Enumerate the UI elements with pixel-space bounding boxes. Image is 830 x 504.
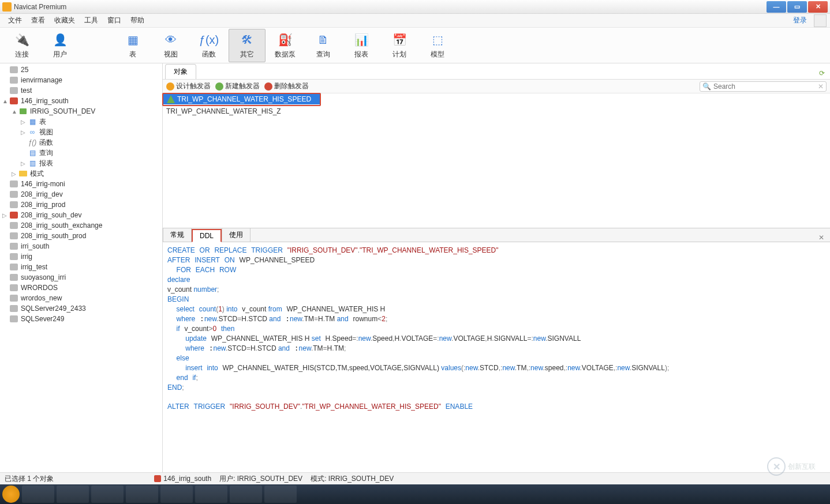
query-icon: 🗎 — [315, 31, 332, 48]
tool-query[interactable]: 🗎查询 — [305, 29, 342, 62]
tree-item[interactable]: ▤查询 — [0, 148, 162, 158]
new-trigger-button[interactable]: 新建触发器 — [215, 81, 260, 91]
tree-item[interactable]: 208_irrig_dev — [0, 189, 162, 200]
ddl-tab-usage[interactable]: 使用 — [222, 228, 251, 242]
tree-item[interactable]: SQLServer249_2433 — [0, 303, 162, 314]
taskbar-item[interactable] — [230, 486, 262, 503]
db-icon — [154, 475, 161, 482]
app-title: Navicat Premium — [14, 3, 765, 11]
tool-user[interactable]: 👤用户 — [42, 29, 78, 62]
user-icon: 👤 — [51, 31, 69, 48]
status-user: 用户: IRRIG_SOUTH_DEV — [219, 474, 302, 484]
expander-icon[interactable]: ▲ — [2, 98, 9, 104]
tree-item[interactable]: irri_south — [0, 241, 162, 251]
tree-item[interactable]: 208_irrig_prod — [0, 200, 162, 210]
tool-view[interactable]: 👁视图 — [152, 29, 189, 62]
tree-item[interactable]: ▲146_irrig_south — [0, 96, 162, 106]
expander-icon[interactable]: ▷ — [21, 129, 28, 136]
menu-view[interactable]: 查看 — [27, 16, 50, 25]
tree-item[interactable]: test — [0, 85, 162, 96]
tree-item[interactable]: irrig_test — [0, 262, 162, 272]
object-tab[interactable]: 对象 — [165, 64, 196, 79]
ddl-close-button[interactable]: ✕ — [813, 234, 830, 242]
tool-plug[interactable]: 🔌连接 — [3, 29, 40, 62]
tool-model[interactable]: ⬚模型 — [419, 29, 456, 62]
tree-item[interactable]: ▲IRRIG_SOUTH_DEV — [0, 106, 162, 116]
toolbar: 🔌连接👤用户▦表👁视图ƒ(x)函数🛠其它⛽数据泵🗎查询📊报表📅计划⬚模型 — [0, 28, 830, 63]
trigger-item[interactable]: TRI_WP_CHANNEL_WATER_HIS_Z — [163, 106, 321, 116]
tree-item[interactable]: ienvirmanage — [0, 75, 162, 85]
taskbar-item[interactable] — [160, 486, 193, 503]
pump-icon: ⛽ — [276, 31, 294, 48]
tree-item[interactable]: WRORDOS — [0, 283, 162, 293]
menu-file[interactable]: 文件 — [3, 16, 27, 25]
tree-item[interactable]: ▷208_irrig_souh_dev — [0, 210, 162, 220]
calendar-icon: 📅 — [391, 31, 408, 48]
tree-item[interactable]: ƒ()函数 — [0, 137, 162, 148]
tool-calendar[interactable]: 📅计划 — [381, 29, 418, 62]
tool-tools[interactable]: 🛠其它 — [229, 29, 266, 62]
maximize-button[interactable]: ▭ — [787, 1, 807, 13]
taskbar-item[interactable] — [91, 486, 124, 503]
expander-icon[interactable]: ▷ — [21, 160, 28, 167]
tree-item[interactable]: 208_irrig_south_prod — [0, 231, 162, 241]
plug-icon: 🔌 — [13, 31, 31, 48]
clear-search-icon[interactable]: ✕ — [818, 82, 824, 91]
fx-icon: ƒ(x) — [200, 31, 218, 48]
menu-tools[interactable]: 工具 — [80, 16, 103, 25]
expander-icon[interactable]: ▷ — [21, 119, 28, 125]
taskbar-item[interactable] — [264, 486, 297, 503]
taskbar-item[interactable] — [195, 486, 227, 503]
tree-item[interactable]: ▷∞视图 — [0, 127, 162, 137]
tool-table[interactable]: ▦表 — [114, 29, 151, 62]
search-input[interactable] — [713, 82, 818, 91]
tree-item[interactable]: suoyasong_irri — [0, 272, 162, 283]
taskbar-item[interactable] — [126, 486, 158, 503]
menubar: 文件 查看 收藏夹 工具 窗口 帮助 登录 — [0, 14, 830, 28]
menu-fav[interactable]: 收藏夹 — [50, 16, 80, 25]
taskbar-item[interactable] — [57, 486, 89, 503]
app-icon — [2, 2, 12, 12]
taskbar-item[interactable] — [22, 486, 54, 503]
titlebar: Navicat Premium — ▭ ✕ — [0, 0, 830, 14]
tree-item[interactable]: ▷模式 — [0, 168, 162, 179]
ddl-tab-ddl[interactable]: DDL — [192, 229, 222, 242]
action-bar: 设计触发器 新建触发器 删除触发器 🔍 ✕ — [163, 80, 830, 93]
menu-help[interactable]: 帮助 — [126, 16, 149, 25]
expander-icon[interactable]: ▷ — [2, 212, 9, 219]
close-button[interactable]: ✕ — [808, 1, 828, 13]
delete-trigger-button[interactable]: 删除触发器 — [264, 81, 309, 91]
minus-icon — [264, 82, 272, 91]
avatar[interactable] — [814, 14, 827, 27]
tree-item[interactable]: 208_irrig_south_exchange — [0, 220, 162, 231]
search-box[interactable]: 🔍 ✕ — [700, 81, 827, 92]
expander-icon[interactable]: ▷ — [12, 171, 18, 177]
trigger-list-wrapper: TRI_WP_CHANNEL_WATER_HIS_SPEED TRI_WP_CH… — [163, 93, 830, 116]
sidebar: 25ienvirmanagetest▲146_irrig_south▲IRRIG… — [0, 63, 163, 472]
tree-item[interactable]: 146_irrig-moni — [0, 179, 162, 189]
expander-icon[interactable]: ▲ — [12, 108, 18, 115]
trigger-item-selected[interactable]: TRI_WP_CHANNEL_WATER_HIS_SPEED — [163, 94, 320, 104]
tool-fx[interactable]: ƒ(x)函数 — [190, 29, 227, 62]
tree-item[interactable]: wrordos_new — [0, 293, 162, 303]
sql-pane[interactable]: CREATE OR REPLACE TRIGGER "IRRIG_SOUTH_D… — [163, 242, 830, 472]
tree-item[interactable]: 25 — [0, 65, 162, 75]
login-link[interactable]: 登录 — [793, 16, 812, 25]
tree-item[interactable]: SQLSever249 — [0, 314, 162, 324]
minimize-button[interactable]: — — [767, 1, 786, 13]
tree-item[interactable]: irrig — [0, 251, 162, 262]
tree-item[interactable]: ▷▥报表 — [0, 158, 162, 168]
window-controls: — ▭ ✕ — [765, 1, 828, 13]
menu-window[interactable]: 窗口 — [103, 16, 126, 25]
tool-pump[interactable]: ⛽数据泵 — [267, 29, 304, 62]
report-icon: 📊 — [353, 31, 370, 48]
taskbar-item[interactable] — [2, 486, 20, 503]
tree-item[interactable]: ▷▦表 — [0, 116, 162, 127]
add-tab-button[interactable]: ⟳ — [816, 67, 828, 79]
ddl-tab-general[interactable]: 常规 — [163, 228, 192, 242]
design-trigger-button[interactable]: 设计触发器 — [166, 81, 211, 91]
object-tab-row: 对象 ⟳ — [163, 63, 830, 80]
taskbar — [0, 484, 830, 504]
tool-report[interactable]: 📊报表 — [343, 29, 380, 62]
status-schema: 模式: IRRIG_SOUTH_DEV — [311, 474, 394, 484]
